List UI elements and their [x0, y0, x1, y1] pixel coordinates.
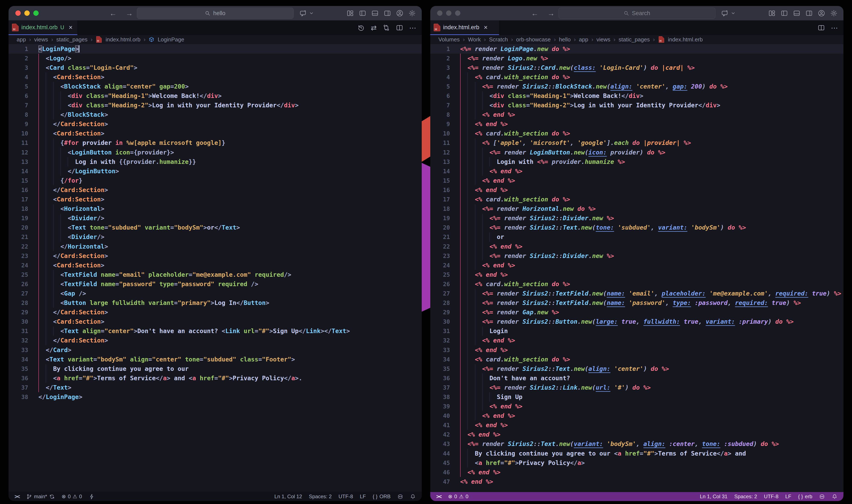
code-line[interactable]: 8 <% end %> — [430, 110, 844, 120]
code-line[interactable]: 33 </Card> — [8, 345, 422, 355]
code-line[interactable]: 38</LoginPage> — [8, 392, 422, 401]
git-branch-status[interactable]: main* — [26, 493, 55, 500]
code-line[interactable]: 13 Login with <%= provider.humanize %> — [430, 157, 844, 166]
code-line[interactable]: 43 <%= render Sirius2::Text.new(variant:… — [430, 439, 844, 449]
close-window-button[interactable] — [437, 11, 442, 16]
code-line[interactable]: 16 </Card:Section> — [8, 185, 422, 195]
code-line[interactable]: 25 <% end %> — [430, 270, 844, 279]
code-editor[interactable]: 1<%= render LoginPage.new do %>2 <%= ren… — [430, 44, 844, 492]
more-actions-icon[interactable]: ⋯ — [409, 24, 416, 31]
command-center-search[interactable]: Search — [559, 8, 715, 19]
toggle-primary-sidebar-icon[interactable] — [359, 10, 366, 17]
code-line[interactable]: 4 <% card.with_section do %> — [430, 72, 844, 82]
code-line[interactable]: 32 <% end %> — [430, 336, 844, 345]
code-line[interactable]: 2 <Logo/> — [8, 54, 422, 63]
toggle-panel-icon[interactable] — [371, 10, 379, 17]
code-line[interactable]: 5 <%= render Sirius2::BlockStack.new(ali… — [430, 82, 844, 91]
code-line[interactable]: 36 Don't have an account? — [430, 373, 844, 383]
minimize-window-button[interactable] — [446, 11, 451, 16]
code-line[interactable]: 18 <Horizontal> — [8, 204, 422, 214]
close-window-button[interactable] — [15, 11, 21, 16]
breadcrumb[interactable]: static_pages — [619, 36, 650, 43]
language-mode[interactable]: { } ORB — [372, 493, 390, 500]
more-actions-icon[interactable]: ⋯ — [831, 24, 838, 31]
copilot-status-icon[interactable] — [819, 494, 825, 500]
code-line[interactable]: 8 </BlockStack> — [8, 110, 422, 120]
code-line[interactable]: 15 <% end %> — [430, 176, 844, 185]
code-line[interactable]: 18 <%= render Horizontal.new do %> — [430, 204, 844, 214]
code-line[interactable]: 30 <%= render Sirius2::Button.new(large:… — [430, 317, 844, 326]
breadcrumb[interactable]: app — [17, 36, 26, 43]
code-line[interactable]: 35 By clicking continue you agree to our — [8, 364, 422, 373]
code-line[interactable]: 46 <% end %> — [430, 468, 844, 477]
close-tab-icon[interactable]: × — [484, 24, 488, 31]
remote-indicator[interactable]: >< — [15, 493, 19, 500]
code-line[interactable]: 10 <% card.with_section do %> — [430, 129, 844, 138]
toggle-secondary-sidebar-icon[interactable] — [384, 10, 391, 17]
code-line[interactable]: 36 <a href="#">Terms of Service</a> and … — [8, 373, 422, 383]
code-line[interactable]: 41 <% end %> — [430, 420, 844, 430]
code-line[interactable]: 27 <Gap /> — [8, 289, 422, 298]
back-icon[interactable]: ← — [109, 10, 117, 17]
code-line[interactable]: 31 Login — [430, 326, 844, 336]
code-line[interactable]: 12 <%= render LoginButton.new(icon: prov… — [430, 148, 844, 157]
code-line[interactable]: 45 <a href="#">Privacy Policy</a> — [430, 458, 844, 468]
toggle-changes-icon[interactable]: ⇄ — [371, 24, 377, 31]
code-line[interactable]: 22 <% end %> — [430, 242, 844, 251]
git-compare-icon[interactable] — [383, 24, 390, 31]
breadcrumb[interactable]: hello — [559, 36, 571, 43]
indentation-status[interactable]: Spaces: 2 — [309, 493, 332, 500]
code-line[interactable]: 1<%= render LoginPage.new do %> — [430, 44, 844, 54]
code-line[interactable]: 22 </Horizontal> — [8, 242, 422, 251]
language-mode[interactable]: { } erb — [798, 493, 812, 500]
code-line[interactable]: 24 <% end %> — [430, 260, 844, 270]
code-line[interactable]: 19 <Divider/> — [8, 214, 422, 223]
code-line[interactable]: 39 <% end %> — [430, 402, 844, 411]
settings-gear-icon[interactable] — [408, 10, 416, 17]
eol-status[interactable]: LF — [360, 493, 366, 500]
code-line[interactable]: 26 <% card.with_section do %> — [430, 279, 844, 289]
code-line[interactable]: 9 <% end %> — [430, 120, 844, 129]
code-line[interactable]: 20 <%= render Sirius2::Text.new(tone: 's… — [430, 223, 844, 232]
breadcrumb[interactable]: Scratch — [489, 36, 508, 43]
breadcrumb[interactable]: views — [596, 36, 610, 43]
breadcrumb[interactable]: orb-showcase — [516, 36, 551, 43]
tab-index-html-erb[interactable]: index.html.erb × — [430, 20, 499, 35]
breadcrumb[interactable]: app — [579, 36, 588, 43]
code-line[interactable]: 24 <Card:Section> — [8, 260, 422, 270]
code-line[interactable]: 30 <Card:Section> — [8, 317, 422, 326]
forward-icon[interactable]: → — [547, 10, 555, 17]
code-line[interactable]: 19 <%= render Sirius2::Divider.new %> — [430, 214, 844, 223]
breadcrumb[interactable]: views — [34, 36, 48, 43]
code-line[interactable]: 29 </Card:Section> — [8, 308, 422, 317]
code-line[interactable]: 21 or — [430, 232, 844, 242]
toggle-secondary-sidebar-icon[interactable] — [805, 10, 813, 17]
code-line[interactable]: 17 <% card.with_section do %> — [430, 195, 844, 204]
code-line[interactable]: 11 {#for provider in %w[apple microsoft … — [8, 138, 422, 148]
code-line[interactable]: 7 <div class="Heading-2">Log in with you… — [430, 101, 844, 110]
problems-status[interactable]: ⊗ 0 ⚠ 0 — [62, 493, 82, 500]
code-line[interactable]: 17 <Card:Section> — [8, 195, 422, 204]
split-editor-icon[interactable] — [396, 24, 403, 31]
customize-layout-icon[interactable] — [768, 10, 776, 17]
code-line[interactable]: 35 <%= render Sirius2::Text.new(align: '… — [430, 364, 844, 373]
command-center-search[interactable]: hello — [137, 8, 294, 19]
code-line[interactable]: 11 <% ['apple', 'microsoft', 'google'].e… — [430, 138, 844, 148]
breadcrumb[interactable]: Work — [468, 36, 481, 43]
breadcrumb[interactable]: Volumes — [438, 36, 460, 43]
code-editor[interactable]: 1<LoginPage>2 <Logo/>3 <Card class="Logi… — [8, 44, 422, 492]
code-line[interactable]: 44 By clicking continue you agree to our… — [430, 449, 844, 458]
code-line[interactable]: 37 <%= render Sirius2::Link.new(url: '#'… — [430, 383, 844, 392]
code-line[interactable]: 23 <%= render Sirius2::Divider.new %> — [430, 251, 844, 260]
code-line[interactable]: 21 <Divider/> — [8, 232, 422, 242]
code-line[interactable]: 31 <Text align="center">Don't have an ac… — [8, 326, 422, 336]
copilot-status-icon[interactable] — [397, 494, 403, 500]
code-line[interactable]: 40 <% end %> — [430, 411, 844, 420]
timeline-history-icon[interactable] — [358, 24, 365, 31]
code-line[interactable]: 34 <% card.with_section do %> — [430, 355, 844, 364]
code-line[interactable]: 12 <LoginButton icon={provider}> — [8, 148, 422, 157]
code-line[interactable]: 13 Log in with {{provider.humanize}} — [8, 157, 422, 166]
code-line[interactable]: 2 <%= render Logo.new %> — [430, 54, 844, 63]
code-line[interactable]: 3 <%= render Sirius2::Card.new(class: 'L… — [430, 63, 844, 72]
code-line[interactable]: 42 <% end %> — [430, 430, 844, 439]
